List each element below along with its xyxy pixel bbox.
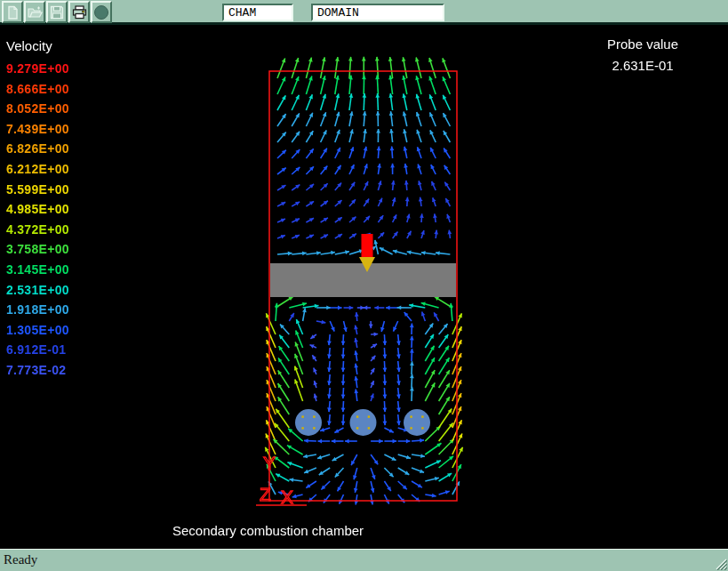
legend-entry: 6.212E+00 <box>6 159 69 180</box>
new-document-icon <box>5 5 20 20</box>
status-text: Ready <box>4 552 37 567</box>
print-button[interactable] <box>68 1 90 23</box>
velocity-legend: Velocity 9.279E+008.666E+008.052E+007.43… <box>6 38 69 381</box>
legend-entry: 3.758E+00 <box>6 239 69 260</box>
legend-entry: 4.985E+00 <box>6 199 69 220</box>
viewport: Velocity 9.279E+008.666E+008.052E+007.43… <box>0 28 728 549</box>
domain-field[interactable] <box>311 4 444 21</box>
resize-grip-icon[interactable] <box>715 558 727 570</box>
legend-entries: 9.279E+008.666E+008.052E+007.439E+006.82… <box>6 59 69 381</box>
company-field[interactable] <box>222 4 293 21</box>
probe-readout: Probe value 2.631E-01 <box>576 36 709 73</box>
legend-entry: 5.599E+00 <box>6 180 69 200</box>
open-file-button[interactable] <box>24 1 45 23</box>
legend-entry: 1.305E+00 <box>6 320 69 341</box>
status-bar: Ready <box>0 549 728 571</box>
probe-label: Probe value <box>576 36 709 52</box>
application-window: Velocity 9.279E+008.666E+008.052E+007.43… <box>0 0 728 571</box>
legend-entry: 1.918E+00 <box>6 300 69 320</box>
print-icon <box>72 5 87 20</box>
legend-title: Velocity <box>6 38 69 54</box>
save-button[interactable] <box>46 1 68 23</box>
legend-entry: 3.145E+00 <box>6 260 69 280</box>
legend-entry: 9.279E+00 <box>6 59 69 79</box>
vector-plot-canvas[interactable] <box>0 28 728 549</box>
toolbar <box>0 0 728 25</box>
save-icon <box>50 5 64 20</box>
legend-entry: 8.666E+00 <box>6 79 69 100</box>
legend-entry: 4.372E+00 <box>6 220 69 240</box>
new-file-button[interactable] <box>2 1 23 23</box>
legend-entry: 2.531E+00 <box>6 280 69 301</box>
open-folder-icon <box>28 5 43 20</box>
legend-entry: 6.912E-01 <box>6 340 69 360</box>
probe-circle-icon <box>93 4 109 20</box>
legend-entry: 7.439E+00 <box>6 119 69 140</box>
legend-entry: 7.773E-02 <box>6 360 69 381</box>
legend-entry: 6.826E+00 <box>6 139 69 159</box>
plot-caption: Secondary combustion chamber <box>172 523 364 538</box>
probe-tool-button[interactable] <box>91 1 112 23</box>
legend-entry: 8.052E+00 <box>6 99 69 119</box>
probe-value: 2.631E-01 <box>576 58 709 73</box>
